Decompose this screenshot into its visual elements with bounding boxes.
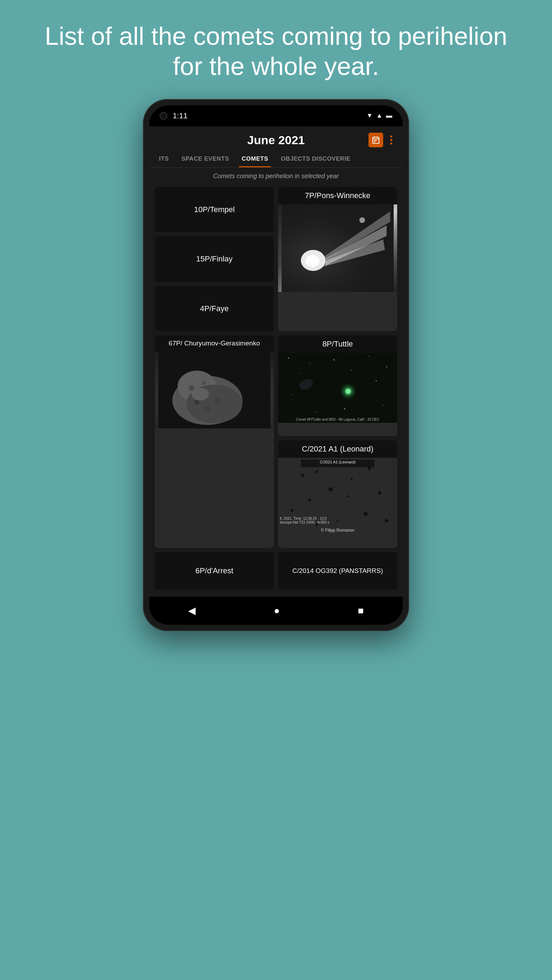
comet-name-15p: 15P/Finlay	[193, 250, 236, 269]
recent-apps-button[interactable]: ■	[351, 601, 371, 620]
more-menu-button[interactable]	[390, 135, 392, 145]
svg-point-36	[292, 395, 292, 395]
svg-rect-15	[282, 204, 394, 292]
calendar-button[interactable]	[369, 133, 383, 147]
svg-point-46	[315, 470, 318, 473]
app-header: June 2021	[149, 126, 403, 151]
comets-grid: 10P/Tempel 7P/Pons-Winnecke	[149, 183, 403, 597]
comet-name-7p: 7P/Pons-Winnecke	[278, 187, 397, 204]
header-actions	[369, 133, 392, 147]
svg-point-33	[299, 374, 300, 374]
comet-image-leonard: C/2021 A1 (Leonard) 6, 2021. Time: 12:38…	[278, 458, 397, 535]
comet-card-10p[interactable]: 10P/Tempel	[155, 187, 274, 232]
svg-point-30	[334, 360, 335, 361]
svg-point-50	[308, 498, 311, 501]
comet-8p-caption: Comet 8P/Tuttle and M33 - Mt Laguna, Cal…	[280, 418, 396, 422]
status-time: 1:11	[173, 111, 188, 120]
svg-rect-26	[158, 352, 270, 428]
svg-rect-5	[375, 140, 377, 141]
svg-point-54	[364, 512, 368, 516]
svg-point-32	[386, 366, 388, 368]
tab-objects-discoveries[interactable]: OBJECTS DISCOVERIE	[274, 151, 357, 167]
comet-name-8p: 8P/Tuttle	[278, 335, 397, 353]
status-bar: 1:11 ▼ ▲ ▬	[149, 105, 403, 126]
comet-image-67p	[155, 352, 274, 428]
phone-screen: 1:11 ▼ ▲ ▬ June 2021	[149, 105, 403, 625]
tabs-bar: ITS SPACE EVENTS COMETS OBJECTS DISCOVER…	[149, 151, 403, 168]
comet-card-panstarrs[interactable]: C/2014 OG392 (PANSTARRS)	[278, 552, 397, 590]
svg-point-41	[345, 388, 351, 394]
app-content: June 2021	[149, 126, 403, 597]
app-header-title: June 2021	[247, 134, 305, 147]
leonard-image-label: C/2021 A1 (Leonard)	[278, 460, 397, 464]
comet-name-67p: 67P/ Churyumov-Gerasimenko	[155, 335, 274, 352]
comet-name-4p: 4P/Faye	[196, 299, 232, 318]
tab-space-events[interactable]: SPACE EVENTS	[175, 151, 235, 167]
phone-device: 1:11 ▼ ▲ ▬ June 2021	[0, 99, 552, 631]
phone-frame: 1:11 ▼ ▲ ▬ June 2021	[143, 99, 409, 631]
svg-point-29	[309, 363, 310, 364]
comet-card-leonard[interactable]: C/2021 A1 (Leonard)	[278, 440, 397, 548]
svg-point-49	[329, 487, 333, 492]
svg-point-31	[369, 356, 370, 356]
comets-subtitle: Comets coming to perihelion in selected …	[149, 168, 403, 183]
comet-image-8p: Comet 8P/Tuttle and M33 - Mt Laguna, Cal…	[278, 353, 397, 423]
comet-name-leonard: C/2021 A1 (Leonard)	[278, 440, 397, 458]
svg-point-38	[344, 409, 345, 409]
comet-card-67p[interactable]: 67P/ Churyumov-Gerasimenko	[155, 335, 274, 548]
leonard-credit: © Filipp Romanov	[278, 528, 397, 533]
svg-point-35	[376, 380, 377, 382]
tab-its[interactable]: ITS	[153, 151, 175, 167]
hero-headline: List of all the comets coming to perihel…	[0, 0, 552, 95]
svg-point-47	[351, 478, 353, 480]
comet-card-8p[interactable]: 8P/Tuttle	[278, 335, 397, 436]
comet-name-panstarrs: C/2014 OG392 (PANSTARRS)	[289, 562, 386, 580]
svg-point-28	[288, 358, 289, 359]
comet-name-6p: 6P/d'Arrest	[192, 562, 237, 580]
status-icons: ▼ ▲ ▬	[366, 112, 392, 119]
bottom-navigation: ◀ ● ■	[149, 597, 403, 625]
svg-point-45	[301, 474, 305, 477]
battery-icon: ▬	[386, 112, 392, 119]
svg-point-39	[383, 405, 383, 406]
comet-name-10p: 10P/Tempel	[191, 200, 238, 219]
home-button[interactable]: ●	[267, 601, 287, 620]
comet-card-4p[interactable]: 4P/Faye	[155, 286, 274, 331]
svg-point-34	[351, 370, 352, 371]
camera-lens	[160, 112, 168, 120]
comet-image-7p	[278, 204, 397, 292]
back-button[interactable]: ◀	[181, 601, 203, 620]
svg-rect-6	[374, 142, 375, 142]
svg-rect-27	[282, 353, 394, 423]
comet-card-7p[interactable]: 7P/Pons-Winnecke	[278, 187, 397, 331]
svg-point-53	[291, 509, 294, 512]
svg-rect-4	[374, 140, 375, 141]
svg-point-37	[316, 412, 317, 413]
wifi-icon: ▼	[366, 112, 373, 119]
leonard-caption: 6, 2021. Time: 12:38:25 - 13:0lescope.Ne…	[280, 517, 396, 524]
svg-point-52	[378, 491, 381, 495]
comet-card-15p[interactable]: 15P/Finlay	[155, 236, 274, 282]
comet-card-6p[interactable]: 6P/d'Arrest	[155, 552, 274, 590]
tab-comets[interactable]: COMETS	[235, 151, 274, 167]
signal-icon: ▲	[376, 112, 383, 119]
svg-point-51	[347, 495, 349, 497]
